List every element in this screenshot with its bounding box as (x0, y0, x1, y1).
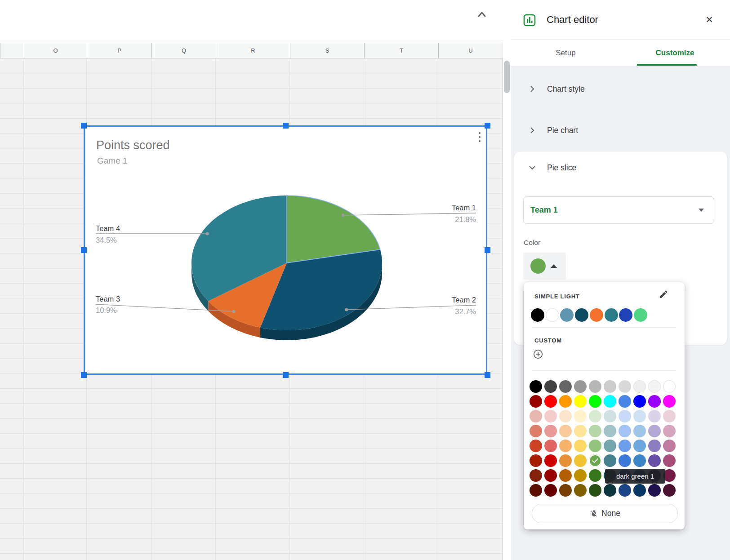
selection-handle[interactable] (485, 247, 490, 253)
palette-color-ffe599[interactable] (574, 425, 587, 437)
palette-color-073763[interactable] (633, 484, 646, 497)
column-header-R[interactable]: R (216, 43, 290, 58)
palette-color-ffd966[interactable] (574, 440, 587, 452)
palette-color-ea9999[interactable] (544, 425, 557, 437)
palette-color-f4cccc[interactable] (544, 410, 557, 422)
palette-color-674ea7[interactable] (648, 454, 661, 467)
palette-color-9fc5e8[interactable] (633, 425, 646, 437)
palette-color-c27ba0[interactable] (663, 440, 676, 452)
palette-color-d0e0e3[interactable] (604, 410, 616, 422)
palette-color-660000[interactable] (544, 484, 557, 497)
palette-color-cccccc[interactable] (604, 380, 616, 393)
palette-color-efefef[interactable] (633, 380, 646, 393)
palette-color-dd7e6b[interactable] (530, 425, 542, 437)
palette-color-b4a7d6[interactable] (648, 425, 661, 437)
palette-color-f3f3f3[interactable] (648, 380, 661, 393)
palette-color-b45f06[interactable] (559, 469, 572, 482)
palette-color-7f6000[interactable] (574, 484, 587, 497)
column-header-T[interactable]: T (364, 43, 438, 58)
palette-color-783f04[interactable] (559, 484, 572, 497)
selection-handle[interactable] (81, 247, 87, 253)
palette-color-c9daf8[interactable] (619, 410, 631, 422)
theme-color-4fd583[interactable] (634, 308, 647, 322)
palette-color-0000ff[interactable] (633, 395, 646, 408)
add-custom-color-button[interactable] (533, 349, 543, 360)
selection-handle[interactable] (485, 123, 490, 129)
palette-color-1c4587[interactable] (619, 484, 631, 497)
palette-color-fff2cc[interactable] (574, 410, 587, 422)
palette-color-20124d[interactable] (648, 484, 661, 497)
theme-color-1e42b8[interactable] (619, 308, 632, 322)
column-header-O[interactable]: O (24, 43, 87, 58)
palette-color-ffff00[interactable] (574, 395, 587, 408)
section-pie-chart[interactable]: Pie chart (511, 118, 730, 143)
collapse-toolbar-button[interactable] (476, 8, 488, 21)
palette-color-b6d7a8[interactable] (589, 425, 601, 437)
palette-color-fce5cd[interactable] (559, 410, 572, 422)
palette-color-0c343d[interactable] (604, 484, 616, 497)
series-select[interactable]: Team 1 (523, 196, 714, 224)
color-swatch-button[interactable] (523, 253, 566, 280)
sheet-scrollbar-thumb[interactable] (504, 61, 510, 93)
palette-color-ff9900[interactable] (559, 395, 572, 408)
palette-color-8e7cc3[interactable] (648, 440, 661, 452)
tab-setup[interactable]: Setup (511, 40, 620, 66)
palette-color-f9cb9c[interactable] (559, 425, 572, 437)
sheet-scrollbar-track[interactable] (503, 43, 511, 560)
palette-color-d9d2e9[interactable] (648, 410, 661, 422)
palette-color-d9d9d9[interactable] (619, 380, 631, 393)
palette-color-85200c[interactable] (530, 469, 542, 482)
selection-handle[interactable] (81, 123, 87, 129)
palette-color-434343[interactable] (544, 380, 557, 393)
palette-color-d5a6bd[interactable] (663, 425, 676, 437)
section-pie-slice[interactable]: Pie slice (511, 155, 730, 180)
tab-customize[interactable]: Customize (620, 40, 730, 66)
selection-handle[interactable] (81, 372, 87, 378)
palette-color-a64d79[interactable] (663, 454, 676, 467)
palette-color-274e13[interactable] (589, 484, 601, 497)
palette-color-e69138[interactable] (559, 454, 572, 467)
selection-handle[interactable] (283, 372, 289, 378)
palette-color-f6b26b[interactable] (559, 440, 572, 452)
palette-color-ead1dc[interactable] (663, 410, 676, 422)
palette-color-3d85c6[interactable] (633, 454, 646, 467)
palette-color-6d9eeb[interactable] (619, 440, 631, 452)
palette-color-cc0000[interactable] (544, 454, 557, 467)
palette-color-d9ead3[interactable] (589, 410, 601, 422)
palette-color-990000[interactable] (544, 469, 557, 482)
palette-color-00ff00[interactable] (589, 395, 601, 408)
palette-color-cc4125[interactable] (530, 440, 542, 452)
selection-handle[interactable] (283, 123, 289, 129)
section-chart-style[interactable]: Chart style (511, 76, 730, 102)
column-header-Q[interactable]: Q (151, 43, 216, 58)
palette-color-3c78d8[interactable] (619, 454, 631, 467)
palette-color-5b0f00[interactable] (530, 484, 542, 497)
palette-color-76a5af[interactable] (604, 440, 616, 452)
palette-color-000000[interactable] (530, 380, 542, 393)
palette-color-45818e[interactable] (604, 454, 616, 467)
column-header-U[interactable]: U (438, 43, 503, 58)
palette-color-ffffff[interactable] (663, 380, 676, 393)
theme-color-2b7e88[interactable] (605, 308, 618, 322)
theme-color-0c4b60[interactable] (575, 308, 588, 322)
none-color-button[interactable]: None (532, 504, 678, 523)
column-header-S[interactable]: S (290, 43, 364, 58)
palette-color-6fa8dc[interactable] (633, 440, 646, 452)
palette-color-4a86e8[interactable] (619, 395, 631, 408)
palette-color-38761d[interactable] (589, 469, 601, 482)
theme-color-ffffff[interactable] (546, 308, 559, 322)
theme-color-000000[interactable] (531, 308, 544, 322)
column-header-partial[interactable] (0, 43, 24, 58)
selection-handle[interactable] (485, 372, 490, 378)
palette-color-a4c2f4[interactable] (619, 425, 631, 437)
theme-color-f4702d[interactable] (590, 308, 603, 322)
palette-color-a61c00[interactable] (530, 454, 542, 467)
palette-color-ff00ff[interactable] (663, 395, 676, 408)
palette-color-e6b8af[interactable] (530, 410, 542, 422)
column-header-P[interactable]: P (87, 43, 151, 58)
palette-color-980000[interactable] (530, 395, 542, 408)
palette-color-ff0000[interactable] (544, 395, 557, 408)
palette-color-4c1130[interactable] (663, 484, 676, 497)
palette-color-00ffff[interactable] (604, 395, 616, 408)
palette-color-selected-6aa84f[interactable] (589, 454, 601, 467)
